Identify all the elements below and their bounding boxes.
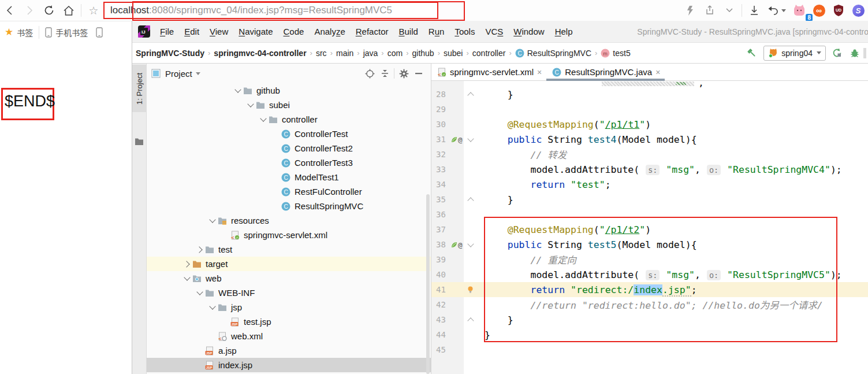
favorite-button[interactable]: ☆ [84, 2, 103, 19]
project-title-chevron-icon[interactable] [196, 72, 200, 75]
tree-row-web[interactable]: web [147, 271, 431, 286]
debug-bug-icon[interactable] [850, 47, 860, 58]
tree-chevron-icon[interactable] [195, 245, 204, 254]
cat-extension-button[interactable]: 8 [789, 2, 809, 19]
menu-run[interactable]: Run [423, 27, 450, 36]
breadcrumb-resultspringmvc[interactable]: CResultSpringMVC [515, 49, 591, 58]
refresh-button[interactable] [39, 2, 59, 19]
breadcrumb-controller[interactable]: controller [472, 49, 506, 58]
project-scrollbar[interactable] [426, 194, 430, 374]
code-line-45[interactable]: 45 [431, 342, 868, 357]
breadcrumb-com[interactable]: com [388, 49, 403, 58]
project-tool-tab[interactable]: 1: Project [132, 65, 147, 112]
tab-close-icon[interactable]: × [537, 68, 542, 77]
rerun-icon[interactable] [832, 47, 843, 58]
code-line-35[interactable]: 35 } [431, 192, 868, 207]
breadcrumb-subei[interactable]: subei [444, 49, 463, 58]
phone-icon[interactable] [45, 27, 52, 38]
code-line-36[interactable]: 36 [431, 207, 868, 222]
build-hammer-icon[interactable] [746, 47, 758, 59]
breadcrumb-java[interactable]: java [363, 49, 378, 58]
menu-file[interactable]: File [155, 27, 179, 36]
annotation-marker-icon[interactable]: @ [458, 240, 463, 249]
tree-row-controllertest2[interactable]: CControllerTest2 [147, 141, 431, 155]
locate-file-button[interactable] [362, 66, 377, 80]
tree-chevron-icon[interactable] [182, 274, 192, 283]
tree-chevron-icon[interactable] [233, 86, 243, 95]
code-line-33[interactable]: 33 model.addAttribute( s: "msg", o: "Res… [431, 162, 868, 177]
code-line-40[interactable]: 40 model.addAttribute( s: "msg", o: "Res… [431, 267, 868, 282]
breadcrumb-test5[interactable]: mtest5 [601, 49, 630, 58]
code-line-43[interactable]: 43 } [431, 312, 868, 327]
editor-tab-springmvc-servlet-xml[interactable]: <springmvc-servlet.xml× [431, 64, 546, 80]
code-line-32[interactable]: 32 // 转发 [431, 147, 868, 162]
tree-row-github[interactable]: github [147, 83, 431, 98]
run-config-selector[interactable]: spring04 [763, 46, 826, 61]
collapse-all-button[interactable] [377, 66, 392, 80]
fold-column[interactable] [464, 196, 477, 203]
flash-button[interactable] [680, 2, 700, 19]
tree-row-web-xml[interactable]: <web.xml [147, 329, 431, 343]
menu-edit[interactable]: Edit [179, 27, 204, 36]
forward-button[interactable] [20, 2, 39, 19]
code-line-38[interactable]: 38@ public String test5(Model model){ [431, 237, 868, 252]
tree-row-controllertest[interactable]: CControllerTest [147, 127, 431, 141]
bookmark-star-icon[interactable]: ★ [5, 26, 13, 38]
settings-gear-button[interactable] [396, 66, 411, 80]
tree-chevron-icon[interactable] [259, 115, 268, 124]
share-button[interactable] [700, 2, 720, 19]
s-extension-button[interactable]: S [848, 2, 868, 19]
undo-button[interactable] [764, 2, 789, 19]
fold-column[interactable] [464, 91, 477, 98]
tree-row-springmvc-servlet-xml[interactable]: <springmvc-servlet.xml [147, 228, 431, 242]
menu-vcs[interactable]: VCS [480, 27, 508, 36]
menu-view[interactable]: View [204, 27, 233, 36]
annotation-marker-icon[interactable]: @ [458, 135, 463, 144]
tree-row-a-jsp[interactable]: JSPa.jsp [147, 343, 431, 358]
breadcrumb-main[interactable]: main [336, 49, 353, 58]
fold-column[interactable] [464, 138, 477, 141]
code-line-41[interactable]: 41 return "redirect:/index.jsp"; [431, 282, 868, 297]
fold-column[interactable] [464, 286, 477, 294]
tree-row-jsp[interactable]: jsp [147, 300, 431, 314]
project-panel-title[interactable]: Project [165, 69, 192, 79]
code-line-30[interactable]: 30 @RequestMapping("/p1/t1") [431, 117, 868, 132]
code-line-29[interactable]: 29 [431, 102, 868, 117]
phone-icon[interactable] [96, 27, 103, 38]
tree-row-subei[interactable]: subei [147, 98, 431, 112]
tree-row-index-jsp[interactable]: JSPindex.jsp [147, 358, 431, 372]
fold-column[interactable] [464, 243, 477, 246]
fold-column[interactable] [464, 316, 477, 323]
address-bar[interactable]: localhost:8080/springmvc_04/index.jsp?ms… [103, 2, 438, 19]
menu-help[interactable]: Help [550, 27, 578, 36]
breadcrumb-springmvc-04-controller[interactable]: springmvc-04-controller [214, 49, 306, 58]
menu-navigate[interactable]: Navigate [233, 27, 278, 36]
tree-row-test[interactable]: test [147, 242, 431, 257]
fold-up-icon[interactable] [467, 92, 474, 98]
fold-up-icon[interactable] [467, 317, 474, 324]
tree-row-target[interactable]: target [147, 257, 431, 271]
code-line-28[interactable]: 28 } [431, 87, 868, 102]
code-line-34[interactable]: 34 return "test"; [431, 177, 868, 192]
tab-close-icon[interactable]: × [655, 68, 660, 77]
breadcrumb-springmvc-study[interactable]: SpringMVC-Study [136, 49, 204, 58]
home-button[interactable] [59, 2, 79, 19]
hide-panel-button[interactable] [411, 66, 426, 80]
menu-build[interactable]: Build [393, 27, 423, 36]
tree-chevron-icon[interactable] [208, 216, 217, 225]
ud-extension-button[interactable]: UD [829, 2, 848, 19]
tree-row-resources[interactable]: resources [147, 213, 431, 228]
toolbar-more-button[interactable] [720, 2, 739, 19]
tree-row-controllertest3[interactable]: CControllerTest3 [147, 155, 431, 170]
tree-row-modeltest1[interactable]: CModelTest1 [147, 170, 431, 184]
editor-tab-resultspringmvc-java[interactable]: CResultSpringMVC.java× [546, 64, 665, 80]
menu-analyze[interactable]: Analyze [309, 27, 350, 36]
bookmark-item-mobile[interactable]: 手机书签 [55, 27, 88, 38]
code-line-39[interactable]: 39 // 重定向 [431, 252, 868, 267]
code-line-31[interactable]: 31@ public String test4(Model model){ [431, 132, 868, 147]
tree-row-web-inf[interactable]: WEB-INF [147, 286, 431, 300]
tree-row-controller[interactable]: controller [147, 112, 431, 127]
tree-row-resultspringmvc[interactable]: CResultSpringMVC [147, 199, 431, 213]
menu-tools[interactable]: Tools [449, 27, 480, 36]
code-line-37[interactable]: 37 @RequestMapping("/p1/t2") [431, 222, 868, 237]
